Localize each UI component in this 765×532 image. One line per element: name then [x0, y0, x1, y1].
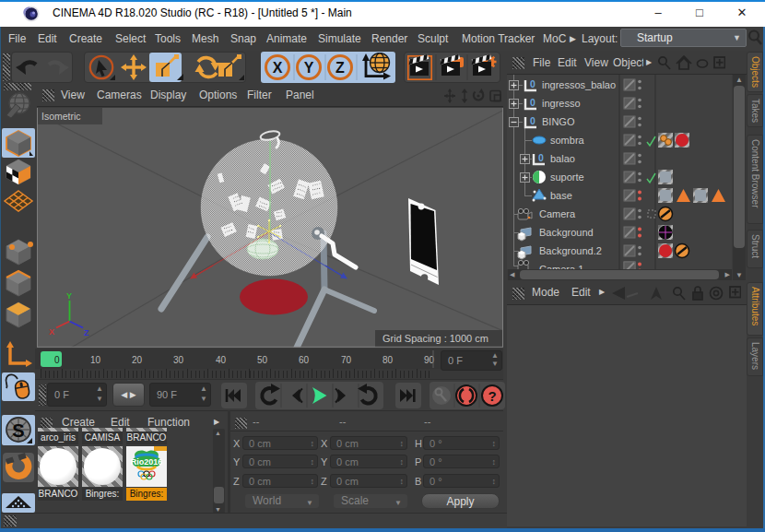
svg-text:40: 40: [216, 355, 227, 365]
svg-text:suporte: suporte: [550, 171, 584, 183]
svg-text:50: 50: [257, 355, 268, 365]
svg-text:Background: Background: [539, 227, 594, 238]
svg-text:Background.2: Background.2: [539, 245, 602, 256]
svg-text:?: ?: [488, 388, 496, 404]
svg-text:Isometric: Isometric: [41, 111, 81, 122]
svg-text:Grid Spacing : 1000 cm: Grid Spacing : 1000 cm: [382, 333, 488, 344]
svg-text:70: 70: [341, 355, 352, 365]
svg-text:30: 30: [173, 355, 184, 365]
svg-text:sombra: sombra: [550, 135, 585, 146]
svg-text:ingresso: ingresso: [542, 98, 581, 109]
svg-text:ingressos_balao: ingressos_balao: [542, 79, 616, 90]
svg-text:Y: Y: [66, 291, 72, 301]
svg-text:Camera: Camera: [539, 208, 576, 219]
svg-text:0: 0: [54, 355, 60, 365]
svg-text:S: S: [12, 420, 24, 441]
svg-text:Z: Z: [335, 60, 345, 76]
svg-text:80: 80: [382, 355, 394, 365]
svg-text:60: 60: [299, 355, 310, 365]
svg-text:BINGO: BINGO: [542, 116, 575, 127]
svg-text:balao: balao: [550, 153, 575, 164]
svg-text:10: 10: [90, 355, 101, 365]
svg-text:Rio2016: Rio2016: [131, 457, 163, 467]
svg-text:20: 20: [132, 355, 143, 365]
svg-text:Z: Z: [84, 328, 89, 337]
svg-text:X: X: [273, 60, 283, 76]
svg-text:X: X: [49, 327, 54, 337]
svg-text:Y: Y: [304, 60, 314, 76]
svg-text:base: base: [550, 190, 572, 201]
